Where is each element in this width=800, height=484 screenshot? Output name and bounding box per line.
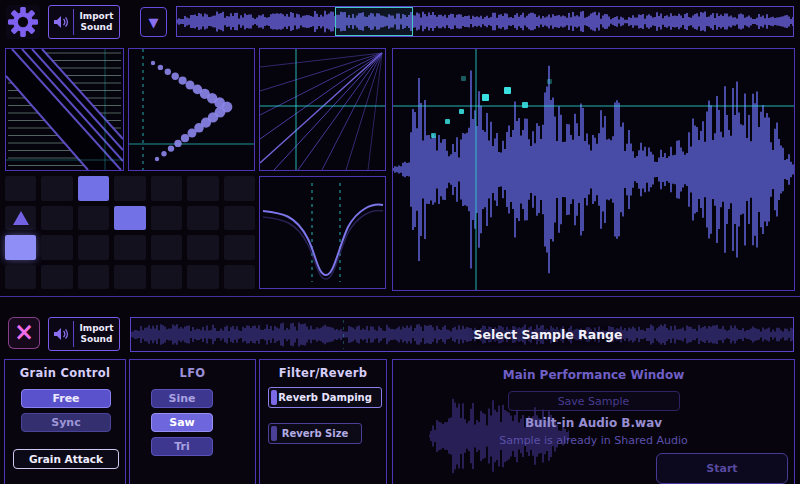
filter-curve-pad[interactable] [259, 176, 386, 289]
start-button[interactable]: Start [656, 453, 788, 484]
close-icon: × [14, 320, 34, 344]
sample-range-selector[interactable]: Select Sample Range [130, 317, 794, 352]
pad-grid [5, 176, 255, 289]
pad-r2c6[interactable] [224, 235, 255, 260]
up-triangle-icon [13, 211, 29, 225]
pad-r0c2[interactable] [78, 176, 109, 201]
main-performance-panel: Main Performance Window Save Sample Buil… [392, 359, 795, 484]
import-sound-label: Import Sound [74, 6, 119, 38]
pad-r0c3[interactable] [114, 176, 145, 201]
grain-position-pad[interactable] [128, 48, 255, 171]
slider-handle[interactable] [271, 390, 277, 405]
pad-r0c5[interactable] [187, 176, 218, 201]
grain-control-panel: Grain Control Free Sync Grain Attack [4, 359, 126, 484]
pad-r1c1[interactable] [41, 206, 72, 231]
pad-r1c5[interactable] [187, 206, 218, 231]
grain-stripes-visualization [6, 49, 123, 170]
speaker-icon [49, 6, 73, 38]
pad-r3c5[interactable] [187, 265, 218, 290]
pad-r3c1[interactable] [41, 265, 72, 290]
lfo-panel: LFO Sine Saw Tri [129, 359, 256, 484]
granular-synth-app: Import Sound ▼ [0, 0, 800, 484]
section-divider [0, 296, 800, 297]
pad-r3c4[interactable] [151, 265, 182, 290]
pad-r0c6[interactable] [224, 176, 255, 201]
grain-attack-button[interactable]: Grain Attack [13, 449, 119, 469]
pad-r2c4[interactable] [151, 235, 182, 260]
filter-reverb-title: Filter/Reverb [260, 366, 386, 380]
pad-r3c0[interactable] [5, 265, 36, 290]
pad-r0c0[interactable] [5, 176, 36, 201]
pad-r2c1[interactable] [41, 235, 72, 260]
filter-reverb-panel: Filter/Reverb Reverb Damping Reverb Size [259, 359, 387, 484]
pad-r3c2[interactable] [78, 265, 109, 290]
main-waveform-display[interactable] [392, 48, 795, 291]
reverb-size-button[interactable]: Reverb Size [268, 423, 362, 444]
pad-r2c2[interactable] [78, 235, 109, 260]
pad-r2c5[interactable] [187, 235, 218, 260]
settings-gear-button[interactable] [6, 5, 40, 39]
pad-r1c6[interactable] [224, 206, 255, 231]
lfo-tri-button[interactable]: Tri [151, 437, 213, 456]
overview-waveform-plot [177, 7, 793, 36]
sync-button[interactable]: Sync [21, 413, 111, 432]
waveform-overview[interactable] [176, 6, 794, 37]
perspective-lines-visualization [260, 49, 385, 170]
free-button[interactable]: Free [21, 389, 111, 408]
pitch-space-pad[interactable] [259, 48, 386, 171]
slider-handle[interactable] [271, 426, 277, 441]
sample-range-waveform-plot [131, 318, 793, 351]
lfo-sine-button[interactable]: Sine [151, 389, 213, 408]
pad-r1c3[interactable] [114, 206, 145, 231]
save-sample-button[interactable]: Save Sample [508, 391, 680, 411]
import-sound-button-bottom[interactable]: Import Sound [48, 317, 120, 351]
performance-title: Main Performance Window [393, 368, 794, 382]
reverb-damping-button[interactable]: Reverb Damping [268, 387, 382, 408]
gear-icon [8, 7, 38, 37]
close-button[interactable]: × [8, 317, 40, 349]
reverb-damping-label: Reverb Damping [278, 392, 372, 403]
pad-r2c3[interactable] [114, 235, 145, 260]
pad-r1c4[interactable] [151, 206, 182, 231]
filter-response-curve [260, 177, 385, 288]
reverb-size-label: Reverb Size [282, 428, 349, 439]
pad-r0c1[interactable] [41, 176, 72, 201]
pad-r2c0[interactable] [5, 235, 36, 260]
range-marker [343, 320, 344, 349]
sample-file-name: Built-in Audio B.wav [393, 416, 794, 430]
pad-r1c0[interactable] [5, 206, 36, 231]
speaker-icon [49, 318, 73, 350]
pad-r3c3[interactable] [114, 265, 145, 290]
lfo-title: LFO [130, 366, 255, 380]
pad-r1c2[interactable] [78, 206, 109, 231]
grain-scatter-visualization [129, 49, 254, 170]
grain-control-title: Grain Control [5, 366, 125, 380]
sample-status-text: Sample is already in Shared Audio [393, 434, 794, 447]
preset-dropdown-button[interactable]: ▼ [140, 7, 167, 37]
pad-r3c6[interactable] [224, 265, 255, 290]
import-sound-button[interactable]: Import Sound [48, 5, 120, 39]
grain-stream-pad[interactable] [5, 48, 124, 171]
lfo-saw-button[interactable]: Saw [151, 413, 213, 432]
import-sound-label: Import Sound [74, 318, 119, 350]
select-sample-range-label: Select Sample Range [474, 318, 623, 351]
chevron-down-icon: ▼ [149, 15, 159, 30]
pad-r0c4[interactable] [151, 176, 182, 201]
waveform-crosshair-overlay [393, 49, 794, 290]
selection-region[interactable] [335, 7, 413, 36]
